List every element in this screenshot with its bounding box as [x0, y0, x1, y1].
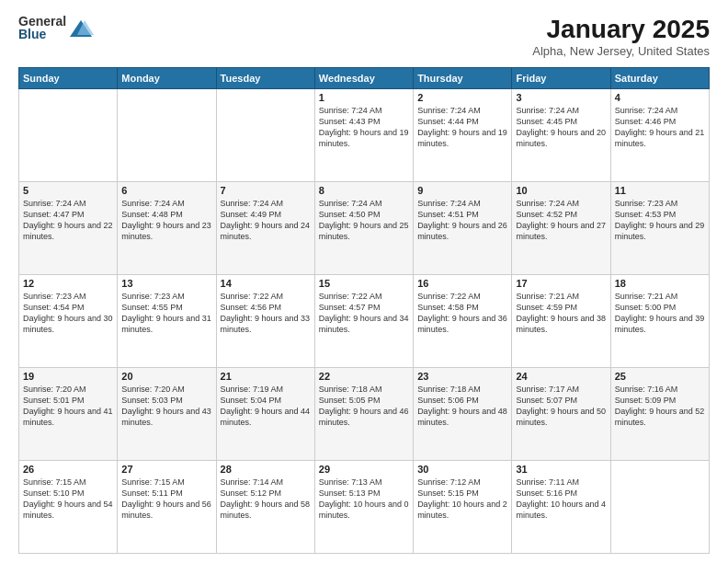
day-number: 17 — [516, 278, 606, 289]
day-number: 21 — [221, 371, 311, 382]
calendar-week-4: 19Sunrise: 7:20 AM Sunset: 5:01 PM Dayli… — [19, 368, 710, 461]
day-info: Sunrise: 7:24 AM Sunset: 4:50 PM Dayligh… — [319, 198, 409, 243]
day-info: Sunrise: 7:15 AM Sunset: 5:11 PM Dayligh… — [121, 477, 211, 522]
day-info: Sunrise: 7:18 AM Sunset: 5:06 PM Dayligh… — [417, 384, 507, 429]
calendar-cell: 1Sunrise: 7:24 AM Sunset: 4:43 PM Daylig… — [314, 89, 413, 182]
logo: General Blue — [18, 15, 90, 40]
day-info: Sunrise: 7:20 AM Sunset: 5:01 PM Dayligh… — [23, 384, 113, 429]
month-title: January 2025 — [532, 15, 710, 44]
calendar-cell: 27Sunrise: 7:15 AM Sunset: 5:11 PM Dayli… — [118, 461, 216, 554]
day-info: Sunrise: 7:18 AM Sunset: 5:05 PM Dayligh… — [319, 384, 409, 429]
day-number: 15 — [319, 278, 409, 289]
day-number: 27 — [121, 464, 211, 475]
calendar-cell: 12Sunrise: 7:23 AM Sunset: 4:54 PM Dayli… — [19, 275, 118, 368]
day-info: Sunrise: 7:20 AM Sunset: 5:03 PM Dayligh… — [121, 384, 211, 429]
calendar-cell: 30Sunrise: 7:12 AM Sunset: 5:15 PM Dayli… — [414, 461, 512, 554]
calendar-cell: 8Sunrise: 7:24 AM Sunset: 4:50 PM Daylig… — [314, 182, 413, 275]
day-info: Sunrise: 7:22 AM Sunset: 4:56 PM Dayligh… — [221, 291, 311, 336]
calendar-cell: 21Sunrise: 7:19 AM Sunset: 5:04 PM Dayli… — [216, 368, 314, 461]
logo-blue: Blue — [18, 28, 66, 40]
calendar-cell: 9Sunrise: 7:24 AM Sunset: 4:51 PM Daylig… — [414, 182, 512, 275]
day-info: Sunrise: 7:24 AM Sunset: 4:45 PM Dayligh… — [516, 105, 606, 150]
calendar-cell — [216, 89, 314, 182]
day-info: Sunrise: 7:17 AM Sunset: 5:07 PM Dayligh… — [516, 384, 606, 429]
logo-text: General Blue — [18, 15, 66, 40]
day-info: Sunrise: 7:21 AM Sunset: 5:00 PM Dayligh… — [615, 291, 705, 336]
day-number: 9 — [417, 185, 507, 196]
day-info: Sunrise: 7:19 AM Sunset: 5:04 PM Dayligh… — [221, 384, 311, 429]
day-info: Sunrise: 7:16 AM Sunset: 5:09 PM Dayligh… — [615, 384, 705, 429]
page-container: General Blue January 2025 Alpha, New Jer… — [0, 0, 728, 563]
calendar-cell: 3Sunrise: 7:24 AM Sunset: 4:45 PM Daylig… — [512, 89, 610, 182]
day-info: Sunrise: 7:22 AM Sunset: 4:58 PM Dayligh… — [417, 291, 507, 336]
day-number: 10 — [516, 185, 606, 196]
day-info: Sunrise: 7:22 AM Sunset: 4:57 PM Dayligh… — [319, 291, 409, 336]
calendar-cell: 31Sunrise: 7:11 AM Sunset: 5:16 PM Dayli… — [512, 461, 610, 554]
day-number: 14 — [221, 278, 311, 289]
calendar-cell: 24Sunrise: 7:17 AM Sunset: 5:07 PM Dayli… — [512, 368, 610, 461]
day-info: Sunrise: 7:13 AM Sunset: 5:13 PM Dayligh… — [319, 477, 409, 522]
day-info: Sunrise: 7:24 AM Sunset: 4:43 PM Dayligh… — [319, 105, 409, 150]
day-number: 2 — [417, 92, 507, 103]
calendar-week-1: 1Sunrise: 7:24 AM Sunset: 4:43 PM Daylig… — [19, 89, 710, 182]
day-info: Sunrise: 7:21 AM Sunset: 4:59 PM Dayligh… — [516, 291, 606, 336]
day-number: 30 — [417, 464, 507, 475]
logo-icon — [68, 17, 90, 39]
calendar-week-3: 12Sunrise: 7:23 AM Sunset: 4:54 PM Dayli… — [19, 275, 710, 368]
day-number: 16 — [417, 278, 507, 289]
day-info: Sunrise: 7:23 AM Sunset: 4:54 PM Dayligh… — [23, 291, 113, 336]
calendar-cell: 22Sunrise: 7:18 AM Sunset: 5:05 PM Dayli… — [314, 368, 413, 461]
calendar-cell: 11Sunrise: 7:23 AM Sunset: 4:53 PM Dayli… — [610, 182, 709, 275]
title-block: January 2025 Alpha, New Jersey, United S… — [532, 15, 710, 58]
col-header-friday: Friday — [512, 68, 610, 89]
calendar-cell: 28Sunrise: 7:14 AM Sunset: 5:12 PM Dayli… — [216, 461, 314, 554]
page-header: General Blue January 2025 Alpha, New Jer… — [18, 15, 710, 58]
day-number: 4 — [615, 92, 705, 103]
day-info: Sunrise: 7:24 AM Sunset: 4:46 PM Dayligh… — [615, 105, 705, 150]
day-number: 6 — [121, 185, 211, 196]
day-number: 5 — [23, 185, 113, 196]
day-number: 12 — [23, 278, 113, 289]
day-info: Sunrise: 7:24 AM Sunset: 4:49 PM Dayligh… — [221, 198, 311, 243]
day-info: Sunrise: 7:11 AM Sunset: 5:16 PM Dayligh… — [516, 477, 606, 522]
calendar-cell: 2Sunrise: 7:24 AM Sunset: 4:44 PM Daylig… — [414, 89, 512, 182]
calendar-week-2: 5Sunrise: 7:24 AM Sunset: 4:47 PM Daylig… — [19, 182, 710, 275]
day-number: 7 — [221, 185, 311, 196]
day-number: 24 — [516, 371, 606, 382]
day-info: Sunrise: 7:24 AM Sunset: 4:44 PM Dayligh… — [417, 105, 507, 150]
day-number: 31 — [516, 464, 606, 475]
calendar-cell: 14Sunrise: 7:22 AM Sunset: 4:56 PM Dayli… — [216, 275, 314, 368]
calendar-week-5: 26Sunrise: 7:15 AM Sunset: 5:10 PM Dayli… — [19, 461, 710, 554]
calendar-cell: 29Sunrise: 7:13 AM Sunset: 5:13 PM Dayli… — [314, 461, 413, 554]
col-header-sunday: Sunday — [19, 68, 118, 89]
day-number: 23 — [417, 371, 507, 382]
calendar-cell: 15Sunrise: 7:22 AM Sunset: 4:57 PM Dayli… — [314, 275, 413, 368]
calendar-cell — [118, 89, 216, 182]
calendar-table: SundayMondayTuesdayWednesdayThursdayFrid… — [18, 67, 710, 554]
calendar-cell: 13Sunrise: 7:23 AM Sunset: 4:55 PM Dayli… — [118, 275, 216, 368]
calendar-cell: 6Sunrise: 7:24 AM Sunset: 4:48 PM Daylig… — [118, 182, 216, 275]
day-info: Sunrise: 7:24 AM Sunset: 4:51 PM Dayligh… — [417, 198, 507, 243]
day-info: Sunrise: 7:24 AM Sunset: 4:52 PM Dayligh… — [516, 198, 606, 243]
calendar-cell: 16Sunrise: 7:22 AM Sunset: 4:58 PM Dayli… — [414, 275, 512, 368]
calendar-cell: 19Sunrise: 7:20 AM Sunset: 5:01 PM Dayli… — [19, 368, 118, 461]
calendar-cell: 7Sunrise: 7:24 AM Sunset: 4:49 PM Daylig… — [216, 182, 314, 275]
day-number: 19 — [23, 371, 113, 382]
col-header-saturday: Saturday — [610, 68, 709, 89]
day-number: 22 — [319, 371, 409, 382]
day-number: 18 — [615, 278, 705, 289]
calendar-cell: 5Sunrise: 7:24 AM Sunset: 4:47 PM Daylig… — [19, 182, 118, 275]
day-info: Sunrise: 7:14 AM Sunset: 5:12 PM Dayligh… — [221, 477, 311, 522]
calendar-cell: 4Sunrise: 7:24 AM Sunset: 4:46 PM Daylig… — [610, 89, 709, 182]
day-info: Sunrise: 7:12 AM Sunset: 5:15 PM Dayligh… — [417, 477, 507, 522]
day-info: Sunrise: 7:23 AM Sunset: 4:55 PM Dayligh… — [121, 291, 211, 336]
day-number: 11 — [615, 185, 705, 196]
calendar-cell: 26Sunrise: 7:15 AM Sunset: 5:10 PM Dayli… — [19, 461, 118, 554]
calendar-cell — [19, 89, 118, 182]
logo-general: General — [18, 15, 66, 28]
day-number: 1 — [319, 92, 409, 103]
col-header-thursday: Thursday — [414, 68, 512, 89]
calendar-header-row: SundayMondayTuesdayWednesdayThursdayFrid… — [19, 68, 710, 89]
col-header-monday: Monday — [118, 68, 216, 89]
day-number: 26 — [23, 464, 113, 475]
